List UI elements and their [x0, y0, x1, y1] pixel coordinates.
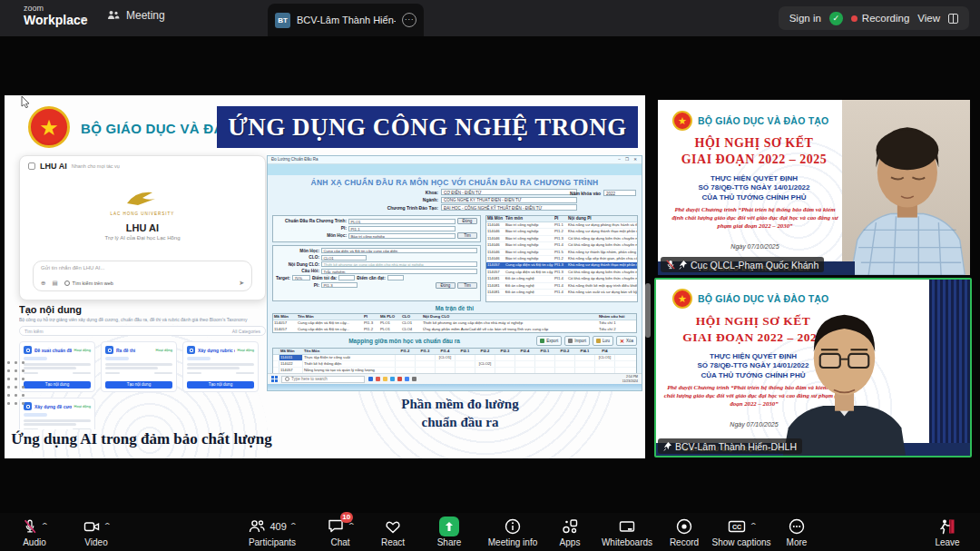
table-row[interactable]: 114081 Đồ án công nghệ PI1.4 Khả năng sả… [486, 290, 637, 296]
table-row[interactable]: 114057 Cung cấp điện và Độ tin cậy... PI… [273, 320, 636, 327]
table-row[interactable]: 114046 Bảo trì công nghiệp PI1.3 Có khả … [486, 236, 637, 242]
table-row[interactable]: 114046 Bảo trì công nghiệp PI1.1 Khả năn… [486, 222, 637, 229]
window-controls-icons[interactable]: – ❐ ✕ [618, 157, 639, 162]
share-button[interactable]: Share [426, 517, 472, 547]
table-row[interactable]: 114057 Cung cấp điện và Độ tin cậy cấ...… [486, 262, 637, 269]
share-screen-icon [439, 517, 459, 536]
whiteboards-button[interactable]: Whiteboards [593, 517, 661, 547]
table-row[interactable]: 114046 Bảo trì công nghiệp PI1.5 Khả năn… [486, 250, 637, 256]
monhoc2-field[interactable]: Cung cấp điện và Độ tin cậy cung cấp điệ… [321, 248, 477, 253]
table-row[interactable]: 114057 Cung cấp điện và Độ tin cậy... PI… [273, 327, 636, 333]
cell-code: 114046 [486, 256, 505, 261]
video-chevron-icon[interactable]: ⌃ [103, 522, 112, 530]
card-meta [24, 428, 38, 430]
workspace-chevron-down-icon[interactable]: ⌄ [77, 12, 89, 22]
captions-button[interactable]: CC ⌃ Show captions [708, 517, 775, 547]
share-tab-options-icon[interactable]: ··· [402, 13, 416, 27]
create-content-button[interactable]: Tạo nội dung [187, 381, 254, 389]
leave-icon [938, 517, 956, 536]
participants-button[interactable]: 409 ⌃ Participants [238, 517, 307, 547]
view-grid-icon[interactable] [948, 14, 958, 24]
captions-chevron-icon[interactable]: ⌃ [749, 522, 758, 530]
video-tile-pham-quoc-khanh[interactable]: ★ BỘ GIÁO DỤC VÀ ĐÀO TẠO HỘI NGHỊ SƠ KẾT… [658, 100, 970, 275]
tab-meeting[interactable]: Meeting [107, 9, 165, 22]
ai-tool-card[interactable]: Ra đề thi Hoạt động Tạo nội dung [101, 341, 177, 392]
cell-desc: Khả năng sắp xếp thời gian, phân chia cô… [567, 256, 637, 261]
tab-shared-screen[interactable]: BT BCV-Lâm Thành Hiển-DHLH's scr ··· [268, 4, 424, 36]
studio-filter-dropdown[interactable]: All Categories [232, 329, 260, 334]
chat-button[interactable]: 10 ⌃ Chat [318, 517, 363, 547]
apps-button[interactable]: Apps [550, 517, 590, 547]
recording-indicator: Recording [851, 13, 909, 24]
close2-button[interactable]: Đóng [436, 282, 456, 289]
nganh-select[interactable]: CÔNG NGHỆ KỸ THUẬT ĐIỆN - ĐIỆN TỬ [441, 197, 577, 203]
nam-select[interactable]: 2022 [603, 190, 636, 196]
close-button[interactable]: Đóng [457, 218, 477, 224]
taskbar-search[interactable]: Type here to search [281, 376, 365, 383]
diemtoida-field[interactable] [338, 275, 355, 280]
search2-button[interactable]: Tìm [457, 282, 477, 289]
studio-search-bar[interactable]: Tìm kiếm All Categories [19, 326, 266, 336]
more-button[interactable]: More [777, 517, 817, 547]
audio-button[interactable]: ⌃ Audio [11, 517, 58, 547]
video-button[interactable]: ⌃ Video [73, 517, 120, 547]
ctdt-select[interactable]: ĐẠI HỌC - CÔNG NGHỆ KỸ THUẬT ĐIỆN - ĐIỆN… [441, 204, 577, 211]
studio-heading: Tạo nội dung [19, 304, 266, 315]
table-row[interactable]: 114057 Cung cấp điện và Độ tin cậy cấ...… [486, 270, 637, 276]
monhoc-select[interactable]: Bảo trì công nghiệp [348, 233, 456, 239]
taskbar-app-icons[interactable] [368, 377, 416, 381]
cauhoi-field[interactable]: Trắc nghiệm [321, 269, 477, 274]
ndclo-field[interactable]: Thiết kế phương án cung cấp điện cho nhà… [321, 261, 477, 267]
cell [436, 361, 456, 367]
search-button[interactable]: Tìm [457, 232, 477, 239]
windows-start-icon[interactable] [271, 376, 278, 382]
table-row[interactable]: 114011 Thực tập Điện tử công suất [CLO1]… [273, 355, 636, 361]
react-button[interactable]: React [372, 517, 414, 547]
table-row[interactable]: 114046 Bảo trì công nghiệp PI1.2 Khả năn… [486, 229, 637, 235]
ai-tool-card[interactable]: Đề xuất chuẩn đầu ra Hoạt động Tạo nội d… [19, 341, 95, 392]
cell: 114057 [273, 320, 297, 327]
send-icon[interactable]: ➤ [239, 280, 244, 287]
pi2-field[interactable]: PI1.3 [321, 282, 358, 288]
import-button[interactable]: Import [564, 336, 590, 346]
lhu-chat-input[interactable]: Gửi tin nhắn đến LHU AI... ⊕ ▤ Tìm kiếm … [33, 261, 252, 291]
table-row[interactable]: 114081 Đồ án công nghệ PI1.4 Khả năng th… [486, 283, 637, 290]
xcol-pi: PI1.2 [396, 349, 416, 354]
participants-chevron-icon[interactable]: ⌃ [289, 522, 298, 530]
vietnam-emblem: ★ [28, 106, 70, 148]
ai-tool-card[interactable]: Xây dựng đề cương môn học Hoạt động Tạo … [19, 398, 95, 429]
record-button[interactable]: Record [662, 517, 706, 547]
card-meta [236, 372, 254, 375]
xcol-pi: PI4.1 [575, 349, 595, 354]
audio-chevron-icon[interactable]: ⌃ [40, 522, 49, 530]
table-row[interactable]: 114046 Bảo trì công nghiệp PI1.4 Có khả … [486, 242, 637, 249]
chat-chevron-icon[interactable]: ⌃ [347, 522, 356, 530]
sign-in-button[interactable]: Sign in [789, 13, 821, 24]
meeting-info-button[interactable]: Meeting info [479, 517, 546, 547]
create-content-button[interactable]: Tạo nội dung [105, 381, 172, 389]
pi-select[interactable]: PI1.1 [348, 226, 456, 231]
cell: CLO4 [402, 327, 422, 333]
target-field[interactable]: 70% [292, 275, 310, 280]
ai-tool-card[interactable]: Xây dựng rubric đánh giá Hoạt động Tạo n… [182, 341, 259, 392]
diemcandat-field[interactable] [387, 275, 404, 280]
table-row[interactable]: 114046 Bảo trì công nghiệp PI1.2 Khả năn… [486, 256, 637, 262]
export-button[interactable]: Export [536, 336, 562, 346]
table-row[interactable]: 114081 Đồ án công nghệ PI1.4 Có khả năng… [486, 276, 637, 282]
save-button[interactable]: Lưu [593, 336, 613, 346]
web-search-toggle[interactable]: Tìm kiếm trên web [64, 280, 113, 286]
plo-select[interactable]: PLO1 [348, 219, 456, 224]
delete-button[interactable]: ✕Xóa [616, 336, 637, 346]
create-content-button[interactable]: Tạo nội dung [24, 381, 91, 389]
clo-select[interactable]: CLO1 [321, 255, 367, 261]
template-icon[interactable]: ▤ [52, 280, 57, 287]
security-shield-icon[interactable]: ✓ [829, 12, 843, 25]
khoa-select[interactable]: CƠ ĐIỆN - ĐIỆN TỬ [441, 189, 577, 195]
video-tile-lam-thanh-hien[interactable]: ★ BỘ GIÁO DỤC VÀ ĐÀO TẠO HỘI NGHỊ SƠ KẾT… [654, 278, 972, 458]
table-row[interactable]: 114022 Thiết kế hệ thống điện [CLO2] [273, 361, 636, 368]
scrollbar-thumb[interactable] [645, 283, 651, 338]
view-button[interactable]: View [917, 13, 940, 24]
dot-grid [7, 361, 29, 410]
attach-icon[interactable]: ⊕ [41, 280, 45, 287]
leave-button[interactable]: Leave [924, 517, 971, 547]
